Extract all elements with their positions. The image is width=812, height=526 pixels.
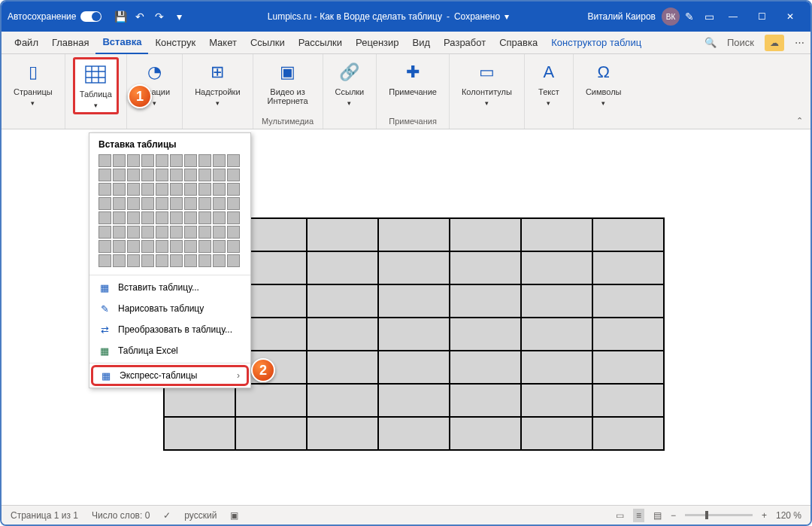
zoom-out-icon[interactable]: − bbox=[671, 510, 676, 521]
symbols-button[interactable]: Ω Символы ▾ bbox=[581, 57, 626, 110]
user-section[interactable]: Виталий Каиров ВК bbox=[587, 8, 680, 26]
macro-icon[interactable]: ▣ bbox=[230, 510, 238, 521]
grid-cell[interactable] bbox=[213, 169, 226, 181]
grid-cell[interactable] bbox=[170, 154, 183, 167]
pages-button[interactable]: ▯ Страницы ▾ bbox=[9, 57, 57, 110]
grid-cell[interactable] bbox=[141, 240, 154, 253]
grid-cell[interactable] bbox=[141, 197, 154, 210]
tab-file[interactable]: Файл bbox=[8, 32, 45, 54]
grid-cell[interactable] bbox=[113, 154, 126, 167]
grid-cell[interactable] bbox=[127, 211, 140, 224]
grid-cell[interactable] bbox=[113, 183, 126, 196]
grid-cell[interactable] bbox=[198, 211, 211, 224]
grid-cell[interactable] bbox=[156, 197, 168, 210]
minimize-button[interactable]: — bbox=[719, 7, 747, 26]
view-web-icon[interactable]: ▤ bbox=[653, 510, 662, 521]
tab-table-design[interactable]: Конструктор таблиц bbox=[544, 32, 648, 54]
tab-help[interactable]: Справка bbox=[492, 32, 544, 54]
grid-cell[interactable] bbox=[198, 226, 211, 239]
links-button[interactable]: 🔗 Ссылки ▾ bbox=[331, 57, 369, 110]
grid-cell[interactable] bbox=[141, 226, 154, 239]
grid-cell[interactable] bbox=[113, 169, 126, 181]
collapse-ribbon-icon[interactable]: ⌃ bbox=[796, 116, 803, 126]
grid-cell[interactable] bbox=[184, 197, 197, 210]
tab-insert[interactable]: Вставка bbox=[95, 32, 148, 54]
view-print-icon[interactable]: ≡ bbox=[633, 509, 644, 522]
grid-cell[interactable] bbox=[170, 197, 183, 210]
grid-cell[interactable] bbox=[170, 169, 183, 181]
grid-cell[interactable] bbox=[198, 169, 211, 181]
grid-cell[interactable] bbox=[227, 183, 240, 196]
grid-cell[interactable] bbox=[141, 154, 154, 167]
grid-cell[interactable] bbox=[141, 169, 154, 181]
grid-cell[interactable] bbox=[98, 197, 111, 210]
menu-excel-table[interactable]: ▦ Таблица Excel bbox=[89, 340, 250, 361]
grid-cell[interactable] bbox=[170, 254, 183, 267]
close-button[interactable]: ✕ bbox=[776, 7, 804, 26]
grid-cell[interactable] bbox=[113, 197, 126, 210]
grid-cell[interactable] bbox=[98, 154, 111, 167]
menu-insert-table[interactable]: ▦ Вставить таблицу... bbox=[89, 277, 250, 298]
grid-cell[interactable] bbox=[170, 226, 183, 239]
ribbon-display-icon[interactable]: ▭ bbox=[699, 7, 719, 26]
tab-mailings[interactable]: Рассылки bbox=[292, 32, 349, 54]
status-page[interactable]: Страница 1 из 1 bbox=[11, 510, 78, 521]
autosave-toggle[interactable]: Автосохранение bbox=[8, 11, 102, 22]
grid-cell[interactable] bbox=[156, 154, 168, 167]
video-button[interactable]: ▣ Видео из Интернета bbox=[261, 57, 315, 108]
search-icon[interactable]: 🔍 bbox=[704, 37, 717, 48]
zoom-slider[interactable] bbox=[685, 514, 753, 516]
grid-cell[interactable] bbox=[213, 197, 226, 210]
grid-cell[interactable] bbox=[184, 240, 197, 253]
undo-icon[interactable]: ↶ bbox=[130, 7, 150, 26]
share-button[interactable]: ☁ bbox=[765, 35, 784, 51]
grid-cell[interactable] bbox=[198, 240, 211, 253]
grid-cell[interactable] bbox=[184, 254, 197, 267]
grid-cell[interactable] bbox=[184, 154, 197, 167]
tab-home[interactable]: Главная bbox=[45, 32, 95, 54]
view-read-icon[interactable]: ▭ bbox=[616, 510, 624, 521]
grid-cell[interactable] bbox=[127, 154, 140, 167]
grid-cell[interactable] bbox=[127, 197, 140, 210]
grid-cell[interactable] bbox=[98, 183, 111, 196]
redo-icon[interactable]: ↷ bbox=[150, 7, 169, 26]
toggle-switch-icon[interactable] bbox=[80, 11, 102, 22]
grid-cell[interactable] bbox=[98, 169, 111, 181]
tab-layout[interactable]: Макет bbox=[202, 32, 244, 54]
grid-cell[interactable] bbox=[184, 211, 197, 224]
grid-cell[interactable] bbox=[213, 211, 226, 224]
menu-quick-tables[interactable]: ▦ Экспресс-таблицы › bbox=[91, 365, 249, 386]
grid-cell[interactable] bbox=[141, 211, 154, 224]
addins-button[interactable]: ⊞ Надстройки ▾ bbox=[190, 57, 244, 110]
grid-cell[interactable] bbox=[198, 154, 211, 167]
grid-cell[interactable] bbox=[98, 240, 111, 253]
grid-cell[interactable] bbox=[227, 254, 240, 267]
grid-cell[interactable] bbox=[227, 226, 240, 239]
grid-cell[interactable] bbox=[141, 254, 154, 267]
grid-cell[interactable] bbox=[227, 197, 240, 210]
grid-cell[interactable] bbox=[156, 169, 168, 181]
search-label[interactable]: Поиск bbox=[727, 37, 754, 48]
avatar[interactable]: ВК bbox=[662, 8, 680, 26]
grid-cell[interactable] bbox=[127, 183, 140, 196]
tab-review[interactable]: Рецензир bbox=[349, 32, 406, 54]
spellcheck-icon[interactable]: ✓ bbox=[163, 510, 171, 521]
menu-convert-table[interactable]: ⇄ Преобразовать в таблицу... bbox=[89, 319, 250, 340]
grid-cell[interactable] bbox=[170, 211, 183, 224]
touch-mode-icon[interactable]: ✎ bbox=[680, 7, 699, 26]
grid-cell[interactable] bbox=[227, 240, 240, 253]
headerfooter-button[interactable]: ▭ Колонтитулы ▾ bbox=[457, 57, 517, 110]
tab-references[interactable]: Ссылки bbox=[244, 32, 292, 54]
comments-icon[interactable]: ⋯ bbox=[795, 37, 804, 48]
comment-button[interactable]: ✚ Примечание bbox=[384, 57, 441, 99]
grid-cell[interactable] bbox=[156, 226, 168, 239]
grid-cell[interactable] bbox=[213, 240, 226, 253]
grid-cell[interactable] bbox=[170, 183, 183, 196]
grid-cell[interactable] bbox=[127, 169, 140, 181]
tab-design[interactable]: Конструк bbox=[148, 32, 202, 54]
save-icon[interactable]: 💾 bbox=[111, 7, 130, 26]
grid-cell[interactable] bbox=[113, 254, 126, 267]
grid-cell[interactable] bbox=[198, 197, 211, 210]
grid-cell[interactable] bbox=[213, 154, 226, 167]
qat-dropdown-icon[interactable]: ▾ bbox=[169, 7, 189, 26]
